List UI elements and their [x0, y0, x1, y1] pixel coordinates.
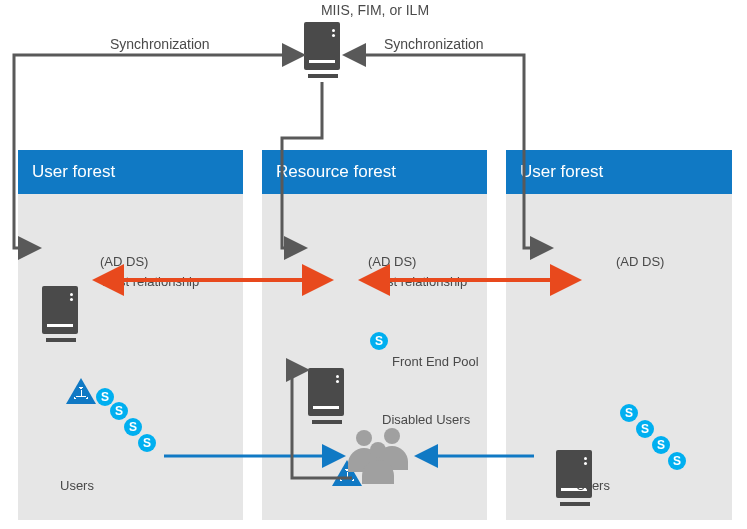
skype-badge-r3-icon: S — [652, 436, 670, 454]
adds-server-center-icon — [308, 368, 346, 424]
skype-badge-l3-icon: S — [124, 418, 142, 436]
adds-label-center: (AD DS) — [368, 254, 416, 269]
adds-label-right: (AD DS) — [616, 254, 664, 269]
disabled-users-label: Disabled Users — [382, 412, 470, 427]
panel-header-center: Resource forest — [262, 150, 487, 194]
trust-label-left: Trust relationship — [100, 274, 199, 289]
panel-header-left: User forest — [18, 150, 243, 194]
skype-badge-r2-icon: S — [636, 420, 654, 438]
panel-user-forest-right: User forest — [506, 150, 732, 520]
panel-header-right: User forest — [506, 150, 732, 194]
sync-server-title: MIIS, FIM, or ILM — [295, 2, 455, 18]
adds-server-left-icon — [42, 286, 80, 342]
sync-label-left: Synchronization — [110, 36, 210, 52]
adds-triangle-left-icon — [66, 378, 96, 404]
users-label-left: Users — [60, 478, 94, 493]
skype-badge-l4-icon: S — [138, 434, 156, 452]
skype-badge-r1-icon: S — [620, 404, 638, 422]
adds-label-left: (AD DS) — [100, 254, 148, 269]
sync-label-right: Synchronization — [384, 36, 484, 52]
skype-badge-l1-icon: S — [96, 388, 114, 406]
disabled-users-icon — [348, 428, 418, 484]
front-end-pool-label: Front End Pool — [392, 354, 479, 369]
users-label-right: Users — [576, 478, 610, 493]
trust-label-right: Trust relationship — [368, 274, 467, 289]
skype-badge-l2-icon: S — [110, 402, 128, 420]
skype-badge-r4-icon: S — [668, 452, 686, 470]
sync-server-icon — [304, 22, 342, 78]
skype-badge-fe-icon: S — [370, 332, 388, 350]
